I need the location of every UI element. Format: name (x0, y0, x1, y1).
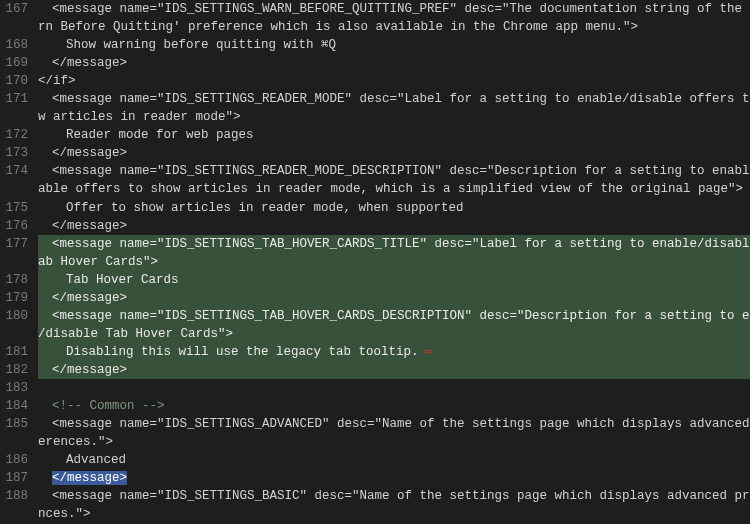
line-number: 175 (0, 199, 28, 217)
code-line-wrap[interactable]: ab Hover Cards"> (38, 253, 750, 271)
line-number-continuation (0, 505, 28, 523)
line-number: 171 (0, 90, 28, 108)
code-line-wrap[interactable]: /disable Tab Hover Cards"> (38, 325, 750, 343)
line-number-continuation (0, 325, 28, 343)
line-number: 167 (0, 0, 28, 18)
line-number: 184 (0, 397, 28, 415)
line-number: 173 (0, 144, 28, 162)
line-number: 178 (0, 271, 28, 289)
code-line[interactable]: </message> (38, 217, 750, 235)
code-line[interactable]: </message> (38, 54, 750, 72)
line-number: 185 (0, 415, 28, 433)
code-line[interactable]: Offer to show articles in reader mode, w… (38, 199, 750, 217)
line-number: 186 (0, 451, 28, 469)
code-line[interactable]: </message> (38, 144, 750, 162)
line-number-gutter: 1671681691701711721731741751761771781791… (0, 0, 38, 524)
code-area[interactable]: <message name="IDS_SETTINGS_WARN_BEFORE_… (38, 0, 750, 524)
code-line[interactable]: Advanced (38, 451, 750, 469)
code-line-wrap[interactable]: erences."> (38, 433, 750, 451)
annotation-arrow-icon: ⇦ (419, 345, 433, 359)
code-line[interactable]: </message> (38, 361, 750, 379)
line-number: 180 (0, 307, 28, 325)
code-line[interactable]: <message name="IDS_SETTINGS_TAB_HOVER_CA… (38, 235, 750, 253)
line-number-continuation (0, 433, 28, 451)
code-line[interactable]: <message name="IDS_SETTINGS_TAB_HOVER_CA… (38, 307, 750, 325)
code-line-wrap[interactable]: able offers to show articles in reader m… (38, 180, 750, 198)
line-number-continuation (0, 18, 28, 36)
code-line[interactable]: <message name="IDS_SETTINGS_WARN_BEFORE_… (38, 0, 750, 18)
line-number: 170 (0, 72, 28, 90)
code-line[interactable]: Show warning before quitting with ⌘Q (38, 36, 750, 54)
line-number: 174 (0, 162, 28, 180)
line-number-continuation (0, 108, 28, 126)
code-editor[interactable]: 1671681691701711721731741751761771781791… (0, 0, 750, 524)
line-number: 169 (0, 54, 28, 72)
code-line[interactable]: </message> (38, 289, 750, 307)
line-number: 172 (0, 126, 28, 144)
code-line[interactable]: <message name="IDS_SETTINGS_ADVANCED" de… (38, 415, 750, 433)
code-line-wrap[interactable]: rn Before Quitting' preference which is … (38, 18, 750, 36)
code-line-wrap[interactable]: w articles in reader mode"> (38, 108, 750, 126)
line-number-continuation (0, 180, 28, 198)
code-line[interactable]: Reader mode for web pages (38, 126, 750, 144)
code-line[interactable] (38, 379, 750, 397)
code-line[interactable]: Tab Hover Cards (38, 271, 750, 289)
line-number: 183 (0, 379, 28, 397)
line-number: 188 (0, 487, 28, 505)
code-line[interactable]: <message name="IDS_SETTINGS_BASIC" desc=… (38, 487, 750, 505)
line-number: 176 (0, 217, 28, 235)
line-number: 177 (0, 235, 28, 253)
code-line[interactable]: <!-- Common --> (38, 397, 750, 415)
code-line[interactable]: </if> (38, 72, 750, 90)
line-number: 187 (0, 469, 28, 487)
code-line[interactable]: <message name="IDS_SETTINGS_READER_MODE_… (38, 162, 750, 180)
code-line[interactable]: </message> (38, 469, 750, 487)
line-number: 168 (0, 36, 28, 54)
selected-text: </message> (52, 471, 127, 485)
line-number: 179 (0, 289, 28, 307)
code-line[interactable]: <message name="IDS_SETTINGS_READER_MODE"… (38, 90, 750, 108)
line-number: 181 (0, 343, 28, 361)
line-number: 182 (0, 361, 28, 379)
code-line-wrap[interactable]: nces."> (38, 505, 750, 523)
line-number-continuation (0, 253, 28, 271)
code-line[interactable]: Disabling this will use the legacy tab t… (38, 343, 750, 361)
